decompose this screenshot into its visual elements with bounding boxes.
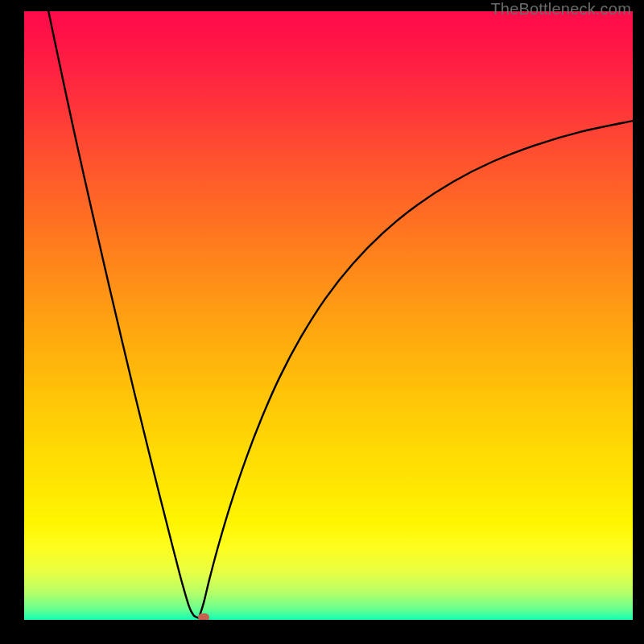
plot-area — [24, 11, 633, 620]
minimum-marker — [198, 613, 209, 620]
chart-frame: TheBottleneck.com — [0, 0, 644, 644]
watermark-label: TheBottleneck.com — [490, 0, 631, 19]
curve — [24, 11, 633, 620]
